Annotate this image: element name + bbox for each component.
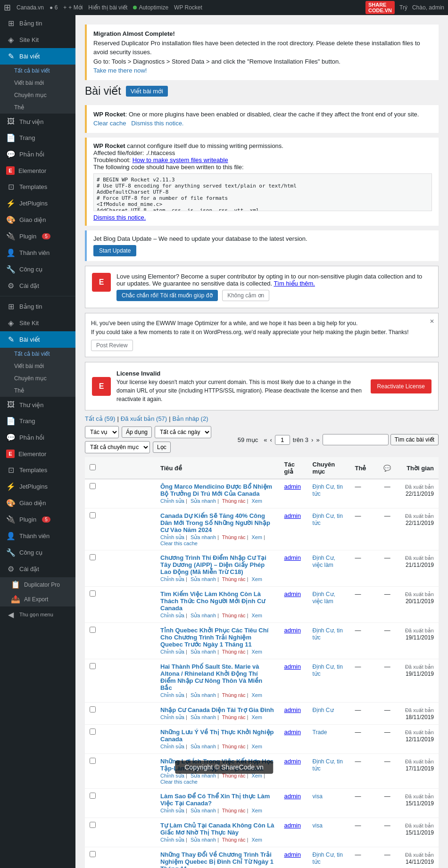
- trash-link[interactable]: Thùng rác: [222, 534, 246, 540]
- post-title-link[interactable]: Tỉnh Quebec Khởi Phục Các Tiêu Chí Cho C…: [160, 627, 268, 648]
- clear-cache-link[interactable]: Clear cache: [93, 120, 126, 127]
- sidebar-item-duplicator[interactable]: 📋 Duplicator Pro: [0, 577, 75, 592]
- sidebar-item-media[interactable]: 🖼 Thư viện: [0, 114, 75, 130]
- category-link[interactable]: Định Cư: [313, 707, 334, 713]
- sidebar-item-appearance[interactable]: 🎨 Giao diện: [0, 212, 75, 228]
- sidebar-item-add-new2[interactable]: Viết bài mới: [0, 360, 75, 372]
- quick-edit-link[interactable]: Sửa nhanh: [191, 744, 216, 749]
- category-link[interactable]: Định Cư, tin tức: [313, 513, 343, 526]
- category-link[interactable]: Định Cư, việc làm: [313, 555, 335, 568]
- category-link[interactable]: Định Cư, tin tức: [313, 852, 343, 865]
- next-page[interactable]: ›: [311, 436, 313, 443]
- col-category[interactable]: Chuyên mục: [308, 457, 350, 479]
- subnav-published[interactable]: Đã xuất bản (57): [121, 415, 167, 422]
- wp-logo[interactable]: ⊞: [4, 2, 11, 13]
- elementor-decline-button[interactable]: Không cảm ơn: [222, 290, 269, 301]
- row-select-checkbox[interactable]: [90, 758, 96, 764]
- sidebar-item-comments2[interactable]: 💬 Phản hồi: [0, 429, 75, 446]
- author-link[interactable]: admin: [284, 793, 301, 800]
- view-link[interactable]: Xem: [251, 773, 262, 778]
- post-title-link[interactable]: Nhập Cư Canada Diện Tài Trợ Gia Đình: [160, 706, 274, 713]
- review-close-button[interactable]: ✕: [430, 317, 434, 326]
- select-all-checkbox[interactable]: [90, 464, 96, 470]
- row-select-checkbox[interactable]: [90, 663, 96, 669]
- sidebar-item-posts[interactable]: ✎ Bài viết: [0, 48, 75, 65]
- sidebar-item-tools2[interactable]: 🔧 Công cụ: [0, 544, 75, 561]
- sidebar-item-categories[interactable]: Chuyên mục: [0, 89, 75, 101]
- row-select-checkbox[interactable]: [90, 729, 96, 735]
- view-link[interactable]: Xem: [251, 837, 262, 843]
- category-link[interactable]: visa: [313, 793, 323, 800]
- row-select-checkbox[interactable]: [90, 512, 96, 518]
- post-title-link[interactable]: Tự Làm Chủ Tại Canada Không Còn Là Giấc …: [160, 822, 274, 836]
- col-title[interactable]: Tiêu đề: [156, 457, 280, 479]
- post-title-link[interactable]: Làm Sao Để Có Thể Xin Thị thực Làm Việc …: [160, 793, 270, 807]
- edit-link[interactable]: Chỉnh sửa: [160, 744, 184, 749]
- elementor-link[interactable]: Tìm hiểu thêm.: [274, 280, 315, 287]
- sidebar-item-collapse[interactable]: ◀ Thu gọn menu: [0, 606, 75, 623]
- preview-posts[interactable]: Hiển thị bài viết: [88, 4, 127, 11]
- site-name[interactable]: Canada.vn: [17, 4, 44, 11]
- row-select-checkbox[interactable]: [90, 851, 96, 857]
- col-date[interactable]: Thời gian: [396, 457, 439, 479]
- row-select-checkbox[interactable]: [90, 483, 96, 489]
- reactivate-button[interactable]: Reactivate License: [371, 379, 431, 393]
- trash-link[interactable]: Thùng rác: [222, 773, 246, 778]
- row-select-checkbox[interactable]: [90, 822, 96, 828]
- new-item[interactable]: + + Mới: [63, 4, 83, 11]
- page-number-input[interactable]: [275, 435, 290, 445]
- admin-greeting[interactable]: Chào, admin: [412, 4, 444, 11]
- quick-edit-link[interactable]: Sửa nhanh: [191, 576, 216, 582]
- dismiss-notice-link[interactable]: Dismiss this notice.: [131, 120, 183, 127]
- sidebar-item-appearance2[interactable]: 🎨 Giao diện: [0, 495, 75, 511]
- filter-button[interactable]: Lọc: [153, 442, 171, 453]
- edit-link[interactable]: Chỉnh sửa: [160, 837, 184, 843]
- quick-edit-link[interactable]: Sửa nhanh: [191, 808, 216, 813]
- autoptimize[interactable]: Autoptimize: [133, 4, 168, 11]
- prev-page[interactable]: ‹: [270, 436, 272, 443]
- quick-edit-link[interactable]: Sửa nhanh: [191, 498, 216, 504]
- sidebar-item-categories2[interactable]: Chuyên mục: [0, 372, 75, 385]
- row-select-checkbox[interactable]: [90, 793, 96, 799]
- row-select-checkbox[interactable]: [90, 554, 96, 560]
- sidebar-item-media2[interactable]: 🖼 Thư viện: [0, 397, 75, 413]
- sidebar-item-templates2[interactable]: ⊡ Templates: [0, 462, 75, 478]
- post-title-link[interactable]: Hai Thành Phố Sault Ste. Marie và Altona…: [160, 663, 262, 691]
- sidebar-item-elementor2[interactable]: E Elementor: [0, 446, 75, 462]
- comment-count[interactable]: ● 6: [50, 4, 58, 11]
- author-link[interactable]: admin: [284, 851, 301, 858]
- quick-edit-link[interactable]: Sửa nhanh: [191, 534, 216, 540]
- sidebar-item-all-export[interactable]: 📤 All Export: [0, 592, 75, 606]
- last-page[interactable]: »: [316, 436, 319, 443]
- row-select-checkbox[interactable]: [90, 627, 96, 633]
- author-link[interactable]: admin: [284, 706, 301, 713]
- sidebar-item-users[interactable]: 👤 Thành viên: [0, 245, 75, 261]
- sidebar-item-elementor[interactable]: E Elementor: [0, 163, 75, 179]
- sidebar-item-jetplugins2[interactable]: ⚡ JetPlugins: [0, 478, 75, 495]
- sidebar-item-all-posts2[interactable]: Tất cả bài viết: [0, 348, 75, 360]
- sidebar-item-jetplugins[interactable]: ⚡ JetPlugins: [0, 195, 75, 212]
- rocket2-troubleshoot-link[interactable]: How to make system files writeable: [133, 156, 228, 164]
- sidebar-item-comments[interactable]: 💬 Phản hồi: [0, 146, 75, 163]
- rocket2-dismiss-link[interactable]: Dismiss this notice.: [93, 214, 146, 221]
- sidebar-item-settings[interactable]: ⚙ Cài đặt: [0, 278, 75, 294]
- view-link[interactable]: Xem: [251, 576, 262, 582]
- apply-button[interactable]: Áp dụng: [122, 426, 152, 438]
- author-link[interactable]: admin: [284, 729, 301, 736]
- author-link[interactable]: admin: [284, 663, 301, 670]
- quick-edit-link[interactable]: Sửa nhanh: [191, 773, 216, 778]
- trash-link[interactable]: Thùng rác: [222, 714, 246, 720]
- row-select-checkbox[interactable]: [90, 706, 96, 712]
- quick-edit-link[interactable]: Sửa nhanh: [191, 714, 216, 720]
- author-link[interactable]: admin: [284, 822, 301, 829]
- col-comments[interactable]: 💬: [379, 457, 397, 479]
- view-link[interactable]: Xem: [251, 744, 262, 749]
- bulk-action-select[interactable]: Tác vụ: [85, 426, 119, 438]
- author-link[interactable]: admin: [284, 758, 301, 765]
- review-post-button[interactable]: Post Review: [91, 340, 133, 351]
- sidebar-item-pages2[interactable]: 📄 Trang: [0, 413, 75, 429]
- sidebar-item-sitekit2[interactable]: ◈ Site Kit: [0, 315, 75, 331]
- post-title-link[interactable]: Những Lưu Ý Về Thị Thực Khởi Nghiệp Cana…: [160, 729, 274, 743]
- clear-cache-link[interactable]: Clear this cache: [160, 779, 198, 785]
- category-link[interactable]: visa: [313, 822, 323, 829]
